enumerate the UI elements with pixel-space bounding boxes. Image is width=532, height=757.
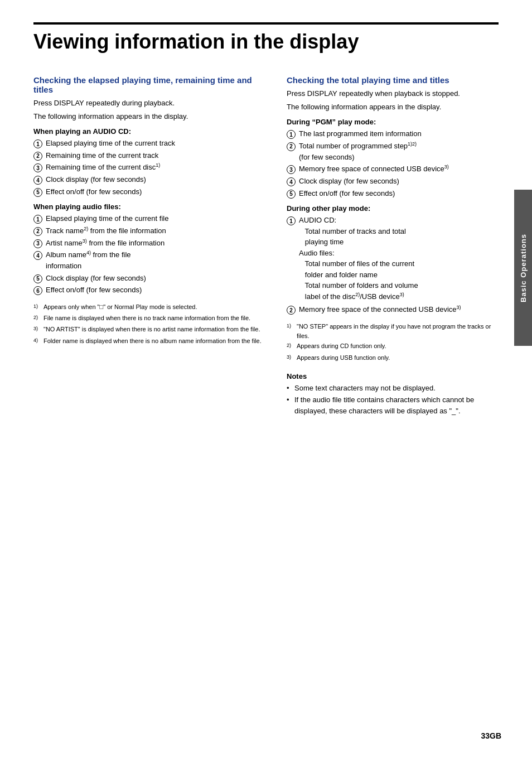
left-column: Checking the elapsed playing time, remai… (33, 66, 264, 417)
list-item: 1 Elapsed playing time of the current fi… (33, 213, 264, 224)
list-item: 5 Clock display (for few seconds) (33, 273, 264, 284)
bullet-item: • Some text characters may not be displa… (287, 383, 499, 394)
list-item: 4 Album name4) from the fileinformation (33, 249, 264, 271)
bullet-item: • If the audio file title contains chara… (287, 394, 499, 416)
right-footnotes: 1) "NO STEP" appears in the display if y… (287, 322, 499, 363)
subsection-other-heading: During other play mode: (287, 204, 499, 213)
list-item: 4 Clock display (for few seconds) (287, 176, 499, 187)
subsection-audio-files-heading: When playing audio files: (33, 202, 264, 211)
page-number: 33GB (481, 731, 501, 740)
footnote-item: 3) Appears during USB function only. (287, 353, 499, 363)
list-item: 3 Memory free space of connected USB dev… (287, 163, 499, 175)
page-title: Viewing information in the display (33, 22, 499, 53)
left-footnotes: 1) Appears only when "□" or Normal Play … (33, 302, 264, 346)
list-item: 2 Remaining time of the current track (33, 150, 264, 161)
section1-heading: Checking the elapsed playing time, remai… (33, 75, 264, 94)
list-item: 4 Clock display (for few seconds) (33, 174, 264, 185)
list-item: 3 Artist name3) from the file informatio… (33, 238, 264, 249)
section2-intro1: Press DISPLAY repeatedly when playback i… (287, 88, 499, 99)
right-column: Checking the total playing time and titl… (287, 66, 499, 417)
two-column-layout: Checking the elapsed playing time, remai… (33, 66, 499, 417)
section2-intro2: The following information appears in the… (287, 102, 499, 113)
list-item: 2 Total number of programmed step1)2)(fo… (287, 141, 499, 162)
footnote-item: 1) "NO STEP" appears in the display if y… (287, 322, 499, 340)
list-item: 2 Track name2) from the file information (33, 225, 264, 237)
footnote-item: 3) "NO ARTIST" is displayed when there i… (33, 325, 264, 335)
list-item: 1 Elapsed playing time of the current tr… (33, 138, 264, 149)
footnote-item: 4) Folder name is displayed when there i… (33, 336, 264, 346)
list-item: 3 Remaining time of the current disc1) (33, 162, 264, 173)
notes-section: Notes • Some text characters may not be … (287, 372, 499, 417)
list-item: 6 Effect on/off (for few seconds) (33, 285, 264, 296)
section1-intro1: Press DISPLAY repeatedly during playback… (33, 98, 264, 109)
list-item: 1 AUDIO CD: Total number of tracks and t… (287, 215, 499, 302)
footnote-item: 2) File name is displayed when there is … (33, 314, 264, 324)
side-tab-label: Basic Operations (519, 234, 528, 302)
footnote-item: 1) Appears only when "□" or Normal Play … (33, 302, 264, 312)
page-container: Basic Operations Viewing information in … (0, 0, 532, 757)
list-item: 2 Memory free space of the connected USB… (287, 304, 499, 315)
section1-intro2: The following information appears in the… (33, 111, 264, 122)
subsection-pgm-heading: During “PGM” play mode: (287, 118, 499, 126)
footnote-item: 2) Appears during CD function only. (287, 341, 499, 351)
list-item: 5 Effect on/off (for few seconds) (287, 188, 499, 199)
list-item: 5 Effect on/off (for few seconds) (33, 186, 264, 197)
section2-heading: Checking the total playing time and titl… (287, 75, 499, 85)
side-tab: Basic Operations (514, 190, 532, 346)
list-item: 1 The last programmed item information (287, 128, 499, 139)
notes-heading: Notes (287, 372, 499, 380)
subsection-audio-cd-heading: When playing an AUDIO CD: (33, 127, 264, 136)
